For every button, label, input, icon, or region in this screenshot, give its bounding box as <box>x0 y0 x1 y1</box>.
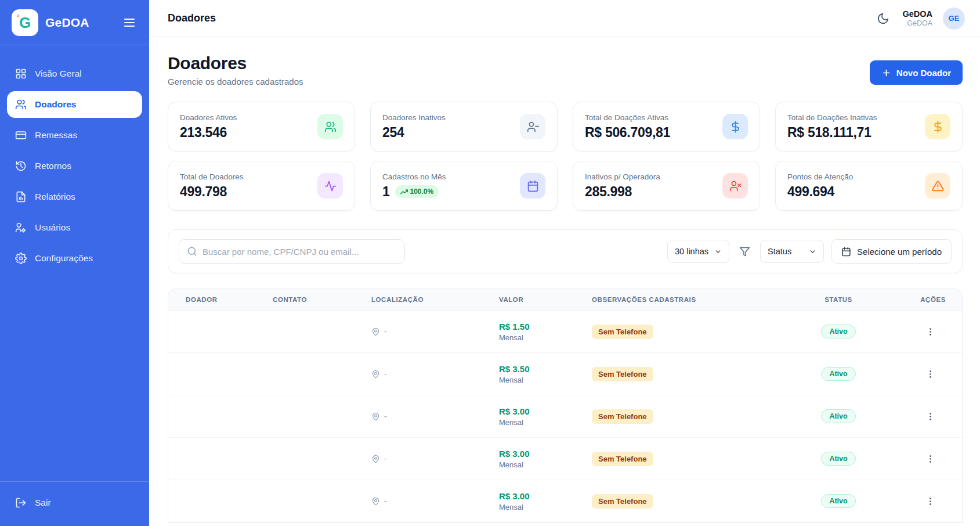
app-name: GeDOA <box>45 16 89 30</box>
donation-period: Mensal <box>499 376 592 384</box>
stat-label: Doadores Ativos <box>180 113 237 122</box>
chevron-down-icon <box>809 248 816 255</box>
table-row[interactable]: - R$ 3.00 Mensal Sem Telefone Ativo <box>168 480 962 523</box>
table-row[interactable]: - R$ 3.50 Mensal Sem Telefone Ativo <box>168 353 962 395</box>
sidebar-item-label: Configurações <box>35 253 93 264</box>
logout-button[interactable]: Sair <box>7 490 142 516</box>
stat-card-doadores-inativos: Doadores Inativos 254 <box>370 102 558 152</box>
stat-card-cadastros-mes: Cadastros no Mês 1 100.0% <box>370 161 558 211</box>
status-cell: Ativo <box>766 367 911 381</box>
logo-spark-icon: + <box>16 12 20 19</box>
calendar-icon <box>841 247 851 257</box>
sidebar-item-remessas[interactable]: Remessas <box>7 122 142 149</box>
location-cell: - <box>371 369 499 379</box>
search-input[interactable] <box>202 247 397 257</box>
stat-label: Total de Doações Inativas <box>787 113 877 122</box>
stat-label: Cadastros no Mês <box>382 172 446 181</box>
sidebar-item-configuracoes[interactable]: Configurações <box>7 245 142 272</box>
logout-label: Sair <box>35 498 51 508</box>
dollar-icon <box>925 114 950 139</box>
column-header-doador: DOADOR <box>186 296 273 303</box>
row-actions-menu[interactable] <box>923 494 938 509</box>
filter-funnel-icon[interactable] <box>737 244 753 260</box>
observation-cell: Sem Telefone <box>592 494 766 509</box>
sidebar-item-label: Retornos <box>35 161 71 171</box>
sidebar-logo-row: + G GeDOA <box>0 0 149 45</box>
map-pin-icon <box>371 412 380 421</box>
alert-triangle-icon <box>925 173 950 199</box>
new-donor-button[interactable]: Novo Doador <box>870 60 963 85</box>
location-cell: - <box>371 412 499 421</box>
row-actions-menu[interactable] <box>923 452 938 466</box>
top-bar: Doadores GeDOA GeDOA GE <box>149 0 980 37</box>
status-filter-select[interactable]: Status <box>760 240 824 263</box>
status-badge: Ativo <box>821 325 855 338</box>
table-row[interactable]: - R$ 3.00 Mensal Sem Telefone Ativo <box>168 395 962 438</box>
sidebar-item-label: Usuários <box>35 222 70 233</box>
dark-mode-toggle[interactable] <box>874 10 892 27</box>
topbar-title: Doadores <box>168 12 216 24</box>
donation-value: R$ 3.00 <box>499 491 592 501</box>
location-cell: - <box>371 496 499 506</box>
stat-label: Doadores Inativos <box>382 113 446 122</box>
history-icon <box>15 160 27 172</box>
users-icon <box>317 114 343 139</box>
avatar[interactable]: GE <box>943 8 965 30</box>
filter-controls: 30 linhas Status <box>667 239 952 264</box>
actions-cell <box>911 409 946 424</box>
status-badge: Ativo <box>821 494 855 508</box>
table-row[interactable]: - R$ 1.50 Mensal Sem Telefone Ativo <box>168 311 962 353</box>
location-value: - <box>384 454 387 463</box>
actions-cell <box>911 325 946 339</box>
sidebar-nav: Visão Geral Doadores Remessas Retornos R… <box>0 45 149 481</box>
stat-label: Pontos de Atenção <box>787 172 853 181</box>
table-row[interactable]: - R$ 3.00 Mensal Sem Telefone Ativo <box>168 438 962 480</box>
map-pin-icon <box>371 497 380 506</box>
stat-card-doacoes-ativas: Total de Doações Ativas R$ 506.709,81 <box>573 102 760 152</box>
map-pin-icon <box>371 327 380 336</box>
stats-grid: Doadores Ativos 213.546 Doadores Inativo… <box>168 102 963 211</box>
location-cell: - <box>371 327 499 336</box>
status-cell: Ativo <box>766 452 911 466</box>
observation-badge: Sem Telefone <box>592 325 653 339</box>
calendar-icon <box>520 173 545 199</box>
row-actions-menu[interactable] <box>923 409 938 424</box>
column-header-status: STATUS <box>766 296 911 303</box>
donation-period: Mensal <box>499 333 592 342</box>
sidebar-item-relatorios[interactable]: Relatórios <box>7 183 142 210</box>
sidebar-item-visao-geral[interactable]: Visão Geral <box>7 60 142 87</box>
user-org: GeDOA <box>902 19 932 28</box>
page-head: Doadores Gerencie os doadores cadastrado… <box>168 53 963 87</box>
page-title: Doadores <box>168 53 303 73</box>
observation-badge: Sem Telefone <box>592 494 653 509</box>
row-actions-menu[interactable] <box>923 367 938 381</box>
status-badge: Ativo <box>821 367 855 381</box>
stat-card-total-doadores: Total de Doadores 499.798 <box>168 161 355 211</box>
chevron-down-icon <box>714 248 722 255</box>
table-header-row: DOADOR CONTATO LOCALIZAÇÃO VALOR OBSERVA… <box>168 289 962 311</box>
donation-value: R$ 1.50 <box>499 322 592 332</box>
rows-per-page-select[interactable]: 30 linhas <box>667 240 729 263</box>
observation-badge: Sem Telefone <box>592 409 653 424</box>
actions-cell <box>911 452 946 466</box>
stat-value: 499.798 <box>180 184 227 200</box>
stat-label: Inativos p/ Operadora <box>585 172 660 181</box>
row-actions-menu[interactable] <box>923 325 938 339</box>
observation-badge: Sem Telefone <box>592 452 653 466</box>
search-icon <box>187 246 197 257</box>
user-gear-icon <box>15 222 27 233</box>
donation-period: Mensal <box>499 460 592 469</box>
sidebar-item-doadores[interactable]: Doadores <box>7 91 142 118</box>
period-picker-button[interactable]: Selecione um período <box>831 239 952 264</box>
location-value: - <box>384 412 387 421</box>
sidebar-item-usuarios[interactable]: Usuários <box>7 214 142 241</box>
logout-icon <box>15 497 27 509</box>
activity-icon <box>317 173 343 199</box>
app-logo: + G <box>12 9 38 36</box>
donation-period: Mensal <box>499 418 592 427</box>
status-cell: Ativo <box>766 409 911 423</box>
stat-value: 285.998 <box>585 184 632 200</box>
sidebar-item-retornos[interactable]: Retornos <box>7 153 142 179</box>
hamburger-menu-icon[interactable] <box>120 13 139 32</box>
filter-bar: 30 linhas Status <box>168 229 963 273</box>
